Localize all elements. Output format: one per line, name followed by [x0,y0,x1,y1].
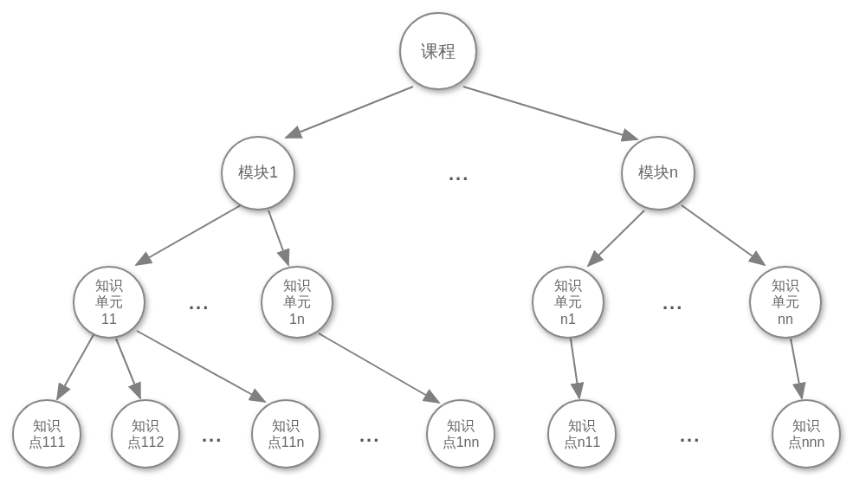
node-unit-nn: 知识 单元 nn [749,266,822,339]
svg-line-6 [682,205,765,265]
ellipsis-modules: ... [449,163,469,185]
svg-line-7 [57,332,95,399]
svg-line-10 [319,333,439,403]
point-112-label: 知识 点112 [127,417,165,450]
node-point-111: 知识 点111 [12,399,81,468]
svg-line-8 [116,339,140,398]
svg-line-12 [791,339,802,398]
node-point-1nn: 知识 点1nn [426,399,495,468]
svg-line-11 [571,339,579,398]
point-1nn-label: 知识 点1nn [443,417,480,450]
node-root: 课程 [399,12,477,90]
unit-1n-label: 知识 单元 1n [283,277,311,327]
point-11n-label: 知识 点11n [268,417,305,450]
node-point-112: 知识 点112 [111,399,180,468]
node-unit-11: 知识 单元 11 [73,266,145,339]
ellipsis-units-n: ... [662,292,683,314]
svg-line-1 [286,87,413,138]
node-unit-n1: 知识 单元 n1 [532,266,604,339]
module-n-label: 模块n [638,164,678,183]
node-point-11n: 知识 点11n [251,399,320,468]
unit-nn-label: 知识 单元 nn [772,277,799,327]
ellipsis-points-n: ... [680,424,701,447]
svg-line-3 [136,205,241,265]
svg-line-4 [268,210,288,265]
node-module-1: 模块1 [221,136,295,210]
svg-line-5 [588,210,644,266]
node-module-n: 模块n [621,136,695,210]
ellipsis-points-1mid: ... [359,424,380,447]
node-point-n11: 知识 点n11 [547,399,617,468]
node-unit-1n: 知识 单元 1n [261,266,333,339]
unit-11-label: 知识 单元 11 [95,277,123,327]
module-1-label: 模块1 [238,164,278,183]
unit-n1-label: 知识 单元 n1 [554,277,582,327]
point-nnn-label: 知识 点nnn [788,417,825,450]
point-n11-label: 知识 点n11 [564,417,601,450]
node-point-nnn: 知识 点nnn [772,399,841,468]
svg-line-9 [137,331,265,402]
ellipsis-units-1: ... [189,292,210,314]
point-111-label: 知识 点111 [29,417,66,450]
ellipsis-points-11: ... [202,424,223,447]
root-label: 课程 [421,41,456,61]
svg-line-2 [463,87,637,139]
